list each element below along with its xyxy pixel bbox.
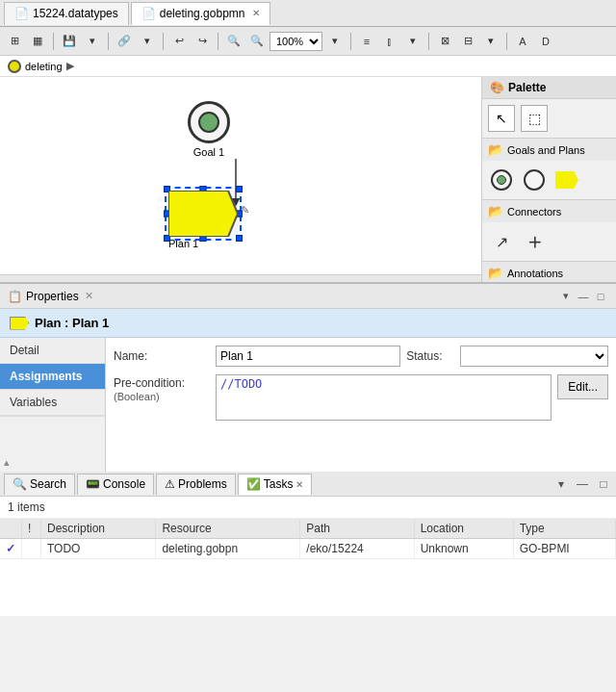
palette-select-tool[interactable]: ↖ — [488, 105, 515, 132]
deleting-tab-close[interactable]: ✕ — [252, 8, 260, 18]
palette-annotations-header[interactable]: 📂 Annotations — [482, 262, 616, 282]
tab-datatypes[interactable]: 📄 15224.datatypes — [4, 2, 129, 25]
table-row[interactable]: ✓ TODO deleting.gobpn /eko/15224 Unknown… — [0, 539, 616, 559]
prop-name-input[interactable] — [216, 346, 400, 367]
breadcrumb-icon — [8, 60, 21, 73]
toolbar: ⊞ ▦ 💾 ▾ 🔗 ▾ ↩ ↪ 🔍 🔍 50% 75% 100% 125% 15… — [0, 27, 616, 56]
toolbar-layout-btn[interactable]: ⊞ — [4, 31, 25, 52]
toolbar-save-drop[interactable]: ▾ — [82, 31, 103, 52]
toolbar-zoomout-btn[interactable]: 🔍 — [246, 31, 268, 52]
toolbar-connect-btn[interactable]: 🔗 — [114, 31, 135, 52]
bottom-panel: 🔍 Search 📟 Console ⚠ Problems ✅ Tasks ✕ … — [0, 472, 616, 616]
toolbar-more-btn[interactable]: D — [535, 31, 556, 52]
properties-restore-btn[interactable]: — — [576, 289, 591, 304]
bottom-table-wrapper[interactable]: ! Description Resource Path Location Typ… — [0, 519, 616, 616]
plan1-edit-icon[interactable]: ✎ — [241, 204, 249, 217]
col-resource: Resource — [156, 519, 300, 539]
svg-marker-1 — [168, 191, 238, 237]
bottom-tab-tasks[interactable]: ✅ Tasks ✕ — [238, 474, 313, 495]
properties-win-controls: ▾ — □ — [558, 289, 608, 304]
toolbar-sep2 — [108, 33, 109, 50]
toolbar-sep3 — [163, 33, 164, 50]
col-description: Description — [41, 519, 156, 539]
bottom-maximize-btn[interactable]: □ — [595, 475, 612, 493]
toolbar-space-vert-btn[interactable]: ⊟ — [457, 31, 478, 52]
palette-empty-goal-item[interactable] — [521, 167, 548, 193]
toolbar-align-btn[interactable]: ≡ — [356, 31, 377, 52]
prop-tab-detail[interactable]: Detail — [0, 338, 105, 364]
palette-tools: ↖ ⬚ — [482, 99, 616, 138]
prop-status-select[interactable] — [460, 346, 608, 367]
palette-plan-item[interactable] — [553, 167, 580, 193]
palette-goals-header[interactable]: 📂 Goals and Plans — [482, 139, 616, 161]
toolbar-align-vert-btn[interactable]: ⫿ — [379, 31, 400, 52]
prop-precond-input[interactable]: //TODO — [216, 374, 552, 421]
toolbar-redo-btn[interactable]: ↪ — [192, 31, 213, 52]
prop-tab-expand[interactable]: ▴ — [0, 416, 105, 473]
toolbar-font-btn[interactable]: A — [512, 31, 533, 52]
bottom-tab-console[interactable]: 📟 Console — [77, 474, 154, 495]
col-location: Location — [414, 519, 513, 539]
toolbar-save-btn[interactable]: 💾 — [59, 31, 80, 52]
zoom-select[interactable]: 50% 75% 100% 125% 150% — [270, 32, 322, 51]
plan1-node[interactable]: ✎ Plan 1 — [168, 191, 238, 250]
prop-precond-label: Pre-condition:(Boolean) — [114, 374, 210, 403]
col-warn: ! — [22, 519, 41, 539]
prop-tabs: Detail Assignments Variables ▴ Name: Sta… — [0, 338, 616, 473]
palette-header: 🎨 Palette — [482, 77, 616, 99]
col-path: Path — [300, 519, 414, 539]
toolbar-sep4 — [218, 33, 218, 50]
col-type: Type — [513, 519, 615, 539]
toolbar-zoomin-btn[interactable]: 🔍 — [223, 31, 244, 52]
tasks-tab-close[interactable]: ✕ — [295, 479, 303, 490]
toolbar-space-btn[interactable]: ⊠ — [434, 31, 455, 52]
console-tab-label: Console — [103, 477, 145, 491]
toolbar-grid-btn[interactable]: ▦ — [27, 31, 48, 52]
toolbar-sep1 — [53, 33, 54, 50]
palette-goal-item[interactable] — [488, 167, 515, 193]
tab-bar: 📄 15224.datatypes 📄 deleting.gobpmn ✕ — [0, 0, 616, 27]
bottom-restore-btn[interactable]: — — [574, 475, 591, 493]
properties-maximize-btn[interactable]: □ — [593, 289, 608, 304]
palette-cross-item[interactable]: ✕ — [521, 228, 548, 255]
canvas[interactable]: Goal 1 — [0, 77, 481, 282]
prop-tab-variables[interactable]: Variables — [0, 390, 105, 416]
goal1-inner — [198, 112, 219, 133]
toolbar-align-drop[interactable]: ▾ — [402, 31, 424, 52]
datatypes-tab-label: 15224.datatypes — [33, 7, 118, 20]
expand-icon: ▴ — [4, 456, 10, 469]
search-tab-label: Search — [30, 477, 66, 491]
bottom-tab-problems[interactable]: ⚠ Problems — [156, 474, 236, 495]
properties-close-icon[interactable]: ✕ — [85, 290, 93, 302]
toolbar-sep6 — [428, 33, 429, 50]
toolbar-space-drop[interactable]: ▾ — [480, 31, 501, 52]
tasks-icon: ✅ — [246, 477, 261, 491]
properties-panel: 📋 Properties ✕ ▾ — □ Plan : Plan 1 Detai… — [0, 284, 616, 472]
canvas-hscroll[interactable] — [0, 274, 481, 282]
editor-area: Goal 1 — [0, 77, 616, 284]
tab-deleting[interactable]: 📄 deleting.gobpmn ✕ — [131, 2, 271, 25]
properties-minimize-btn[interactable]: ▾ — [558, 289, 574, 304]
palette-connectors-header[interactable]: 📂 Connectors — [482, 200, 616, 222]
prop-tab-assignments[interactable]: Assignments — [0, 364, 105, 390]
toolbar-conn-drop[interactable]: ▾ — [137, 31, 158, 52]
properties-title: Properties — [26, 290, 79, 303]
prop-edit-btn[interactable]: Edit... — [557, 374, 608, 399]
bottom-tab-search[interactable]: 🔍 Search — [4, 474, 75, 495]
breadcrumb-label: deleting — [25, 61, 63, 72]
prop-precond-row: Pre-condition:(Boolean) //TODO Edit... — [114, 374, 608, 421]
prop-plan-icon — [10, 317, 29, 330]
palette-goals-label: Goals and Plans — [507, 144, 585, 156]
bottom-minimize-btn[interactable]: ▾ — [552, 475, 570, 493]
deleting-tab-label: deleting.gobpmn — [160, 7, 245, 20]
bottom-tabs-bar: 🔍 Search 📟 Console ⚠ Problems ✅ Tasks ✕ … — [0, 472, 616, 497]
palette-marquee-tool[interactable]: ⬚ — [521, 105, 548, 132]
palette-goals-folder-icon: 📂 — [488, 142, 503, 157]
table-header-row: ! Description Resource Path Location Typ… — [0, 519, 616, 539]
palette-icon: 🎨 — [490, 81, 504, 94]
toolbar-zoom-drop[interactable]: ▾ — [324, 31, 346, 52]
plan1-shape: ✎ — [168, 191, 238, 237]
palette-arrow-item[interactable]: ↗ — [488, 228, 515, 255]
goal1-node[interactable]: Goal 1 — [188, 101, 230, 158]
toolbar-undo-btn[interactable]: ↩ — [168, 31, 190, 52]
